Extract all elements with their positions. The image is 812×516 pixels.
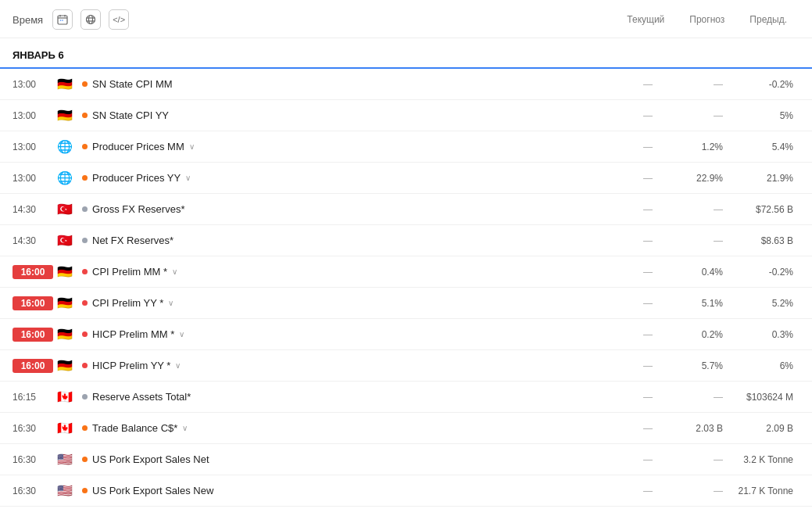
table-row[interactable]: 16:00🇩🇪CPI Prelim MM * ∨—0.4%-0.2%: [0, 256, 812, 288]
table-row[interactable]: 16:15🇨🇦Reserve Assets Total*——$103624 M: [0, 382, 812, 413]
event-values: ——5%: [588, 110, 799, 121]
table-row[interactable]: 16:30🇺🇸US Pork Export Sales New——21.7 K …: [0, 475, 812, 507]
table-row[interactable]: 14:30🇹🇷Gross FX Reserves*——$72.56 B: [0, 194, 812, 225]
event-values: —2.03 B2.09 B: [588, 423, 799, 434]
country-flag: 🇹🇷: [53, 233, 77, 248]
current-value: —: [588, 298, 659, 309]
svg-point-6: [87, 16, 95, 24]
importance-dot: [77, 269, 92, 274]
event-values: ——$8.63 B: [588, 235, 799, 246]
country-flag: 🇩🇪: [53, 296, 77, 310]
forecast-value: 0.2%: [659, 329, 729, 340]
event-values: —5.7%6%: [588, 360, 799, 371]
event-name[interactable]: HICP Prelim MM * ∨: [92, 328, 588, 340]
event-name[interactable]: US Pork Export Sales Net: [92, 453, 588, 465]
event-name[interactable]: Reserve Assets Total*: [92, 391, 588, 403]
importance-dot: [77, 425, 92, 431]
table-row[interactable]: 13:00🇩🇪SN State CPI MM——-0.2%: [0, 69, 812, 100]
event-values: ——$103624 M: [588, 392, 799, 403]
table-row[interactable]: 13:00🌐Producer Prices YY ∨—22.9%21.9%: [0, 163, 812, 194]
event-values: —1.2%5.4%: [588, 142, 799, 152]
event-time: 13:00: [13, 110, 53, 121]
importance-dot: [77, 394, 92, 400]
event-name[interactable]: SN State CPI YY: [92, 109, 588, 121]
current-value: —: [588, 110, 659, 121]
table-row[interactable]: 13:00🇩🇪SN State CPI YY——5%: [0, 100, 812, 131]
importance-dot: [77, 144, 92, 149]
prev-value: 5.2%: [729, 298, 799, 309]
country-flag: 🇹🇷: [53, 202, 77, 217]
event-time: 16:30: [13, 423, 53, 434]
prev-value: 3.2 K Tonne: [729, 454, 799, 465]
toolbar-icons: </>: [52, 9, 129, 30]
svg-point-5: [62, 20, 63, 21]
prev-value: 0.3%: [729, 329, 799, 340]
current-value: —: [588, 173, 659, 184]
prev-value: $103624 M: [729, 392, 799, 403]
importance-dot: [77, 238, 92, 243]
chevron-down-icon[interactable]: ∨: [168, 299, 173, 307]
country-flag: 🌐: [53, 170, 77, 185]
chevron-down-icon[interactable]: ∨: [172, 267, 177, 276]
prev-value: 6%: [729, 360, 799, 371]
code-icon[interactable]: </>: [109, 9, 129, 30]
country-flag: 🇩🇪: [53, 358, 77, 373]
current-value: —: [588, 392, 659, 403]
event-values: —0.2%0.3%: [588, 329, 799, 340]
event-name[interactable]: HICP Prelim YY * ∨: [92, 360, 588, 371]
chevron-down-icon[interactable]: ∨: [179, 330, 184, 339]
table-row[interactable]: 16:30🇨🇦Trade Balance C$* ∨—2.03 B2.09 B: [0, 413, 812, 444]
prev-value: 21.9%: [729, 173, 799, 184]
event-name[interactable]: CPI Prelim MM * ∨: [92, 266, 588, 278]
prev-value: 2.09 B: [729, 423, 799, 434]
importance-dot: [77, 363, 92, 368]
event-name[interactable]: CPI Prelim YY * ∨: [92, 297, 588, 309]
country-flag: 🇺🇸: [53, 483, 77, 498]
event-time: 13:00: [13, 173, 53, 184]
table-row[interactable]: 16:30🇺🇸US Pork Export Sales Net——3.2 K T…: [0, 444, 812, 475]
chevron-down-icon[interactable]: ∨: [185, 174, 191, 182]
column-headers: Текущий Прогноз Предыд.: [627, 14, 799, 25]
chevron-down-icon[interactable]: ∨: [175, 361, 181, 370]
event-name[interactable]: Net FX Reserves*: [92, 235, 588, 246]
chevron-down-icon[interactable]: ∨: [182, 424, 188, 432]
event-name[interactable]: Producer Prices YY ∨: [92, 172, 588, 184]
event-time: 13:00: [13, 79, 53, 90]
current-value: —: [588, 454, 659, 465]
svg-point-7: [89, 16, 93, 24]
calendar-icon[interactable]: [52, 9, 73, 30]
event-time: 16:00: [13, 359, 53, 373]
col-current: Текущий: [627, 14, 664, 25]
event-name[interactable]: US Pork Export Sales New: [92, 485, 588, 496]
header-bar: Время: [0, 0, 812, 38]
current-value: —: [588, 79, 659, 90]
current-value: —: [588, 204, 659, 215]
importance-dot: [77, 331, 92, 337]
globe-icon[interactable]: [80, 9, 101, 30]
table-row[interactable]: 13:00🌐Producer Prices MM ∨—1.2%5.4%: [0, 131, 812, 163]
prev-value: -0.2%: [729, 267, 799, 278]
importance-dot: [77, 206, 92, 212]
events-list: 13:00🇩🇪SN State CPI MM——-0.2%13:00🇩🇪SN S…: [0, 69, 812, 507]
forecast-value: 2.03 B: [659, 423, 729, 434]
prev-value: $72.56 B: [729, 204, 799, 215]
importance-dot: [77, 457, 92, 462]
table-row[interactable]: 16:00🇩🇪CPI Prelim YY * ∨—5.1%5.2%: [0, 288, 812, 319]
forecast-value: —: [659, 392, 729, 403]
chevron-down-icon[interactable]: ∨: [189, 142, 195, 151]
event-values: ——-0.2%: [588, 79, 799, 90]
prev-value: -0.2%: [729, 79, 799, 90]
country-flag: 🇨🇦: [53, 421, 77, 435]
forecast-value: 22.9%: [659, 173, 729, 184]
event-name[interactable]: Trade Balance C$* ∨: [92, 422, 588, 434]
event-time: 16:30: [13, 486, 53, 496]
country-flag: 🇩🇪: [53, 264, 77, 279]
event-name[interactable]: Gross FX Reserves*: [92, 203, 588, 215]
table-row[interactable]: 16:00🇩🇪HICP Prelim MM * ∨—0.2%0.3%: [0, 319, 812, 350]
event-name[interactable]: SN State CPI MM: [92, 78, 588, 90]
table-row[interactable]: 14:30🇹🇷Net FX Reserves*——$8.63 B: [0, 225, 812, 256]
event-time: 13:00: [13, 142, 53, 152]
event-name[interactable]: Producer Prices MM ∨: [92, 141, 588, 152]
table-row[interactable]: 16:00🇩🇪HICP Prelim YY * ∨—5.7%6%: [0, 350, 812, 382]
date-header: ЯНВАРЬ 6: [0, 38, 812, 69]
